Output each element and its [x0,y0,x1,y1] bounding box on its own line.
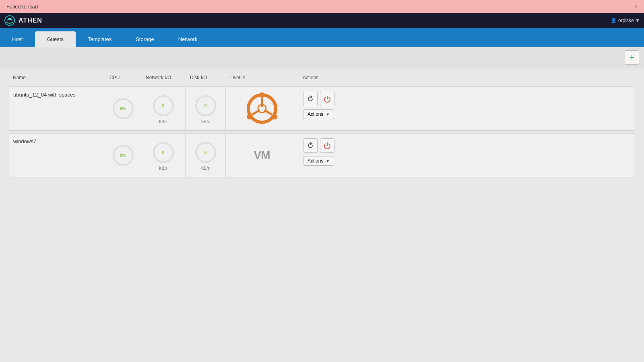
power-button[interactable] [320,92,334,106]
user-menu[interactable]: 👤 orpiske ▼ [611,18,640,23]
vm-label: VM [254,149,270,162]
nav-item-guests[interactable]: Guests [35,31,76,47]
ubuntu-logo [246,93,278,125]
table-row: windows7 0% 0 KB/s [8,133,636,177]
action-buttons-row [303,92,334,106]
add-guest-button[interactable]: + [625,50,639,65]
guest-disk-cell: 0 KB/s [186,134,226,177]
table-header: Name CPU Network I/O Disk I/O Livetile A… [8,72,636,84]
actions-dropdown-button[interactable]: Actions ▼ [303,156,334,166]
nav-item-storage[interactable]: Storage [124,31,166,47]
guest-name: ubuntu_12_04 with spaces [13,92,76,98]
col-header-cpu: CPU [109,75,146,80]
guest-actions-cell: Actions ▼ [298,134,636,177]
col-header-actions: Actions [303,75,631,80]
guest-cpu-cell: 0% [105,134,141,177]
actions-dropdown-button[interactable]: Actions ▼ [303,109,334,119]
disk-value: 0 [204,103,206,108]
svg-point-9 [272,114,277,119]
user-icon: 👤 [611,18,617,23]
guest-cpu-cell: 0% [105,87,141,130]
nav-item-host[interactable]: Host [0,31,35,47]
guest-livetile-cell [226,87,298,130]
cpu-value: 0% [120,153,126,158]
refresh-button[interactable] [303,138,318,153]
guest-livetile-cell: VM [226,134,298,177]
col-header-livetile: Livetile [230,75,303,80]
nav-item-network[interactable]: Network [166,31,210,47]
actions-label: Actions [308,158,323,164]
disk-unit: KB/s [201,119,210,124]
network-unit: KB/s [159,119,167,124]
alert-bar: Failed to start × [0,0,644,13]
guest-network-cell: 0 KB/s [141,87,186,130]
action-buttons-row [303,138,334,153]
disk-value: 0 [204,150,206,155]
disk-gauge: 0 [194,140,218,165]
col-header-disk-io: Disk I/O [190,75,230,80]
svg-point-8 [247,114,252,119]
dropdown-arrow-icon: ▼ [326,112,330,117]
top-bar: ATHEN 👤 orpiske ▼ [0,13,644,28]
guest-name: windows7 [13,138,36,144]
disk-gauge: 0 [194,94,218,118]
logo-area: ATHEN [4,15,42,26]
guest-name-cell: ubuntu_12_04 with spaces [8,87,105,130]
network-gauge: 0 [151,94,175,118]
col-header-network-io: Network I/O [146,75,190,80]
network-value: 0 [162,150,164,155]
dropdown-arrow-icon: ▼ [326,159,330,163]
guest-network-cell: 0 KB/s [141,134,186,177]
cpu-gauge: 0% [111,143,135,167]
guest-disk-cell: 0 KB/s [186,87,226,130]
toolbar: + [0,47,644,68]
refresh-button[interactable] [303,92,318,106]
user-label: orpiske ▼ [618,18,640,23]
alert-close-button[interactable]: × [634,3,638,10]
guest-name-cell: windows7 [8,134,105,177]
col-header-name: Name [13,75,109,80]
nav-bar: Host Guests Templates Storage Network [0,28,644,47]
power-button[interactable] [320,138,334,153]
table-row: ubuntu_12_04 with spaces 0% 0 KB/s [8,86,636,131]
svg-point-0 [5,16,14,25]
cpu-value: 0% [120,106,126,111]
alert-message: Failed to start [6,4,38,10]
network-gauge: 0 [151,140,175,165]
logo-icon [4,15,15,26]
cpu-gauge: 0% [111,97,135,121]
svg-point-1 [8,18,11,20]
network-unit: KB/s [159,166,167,171]
network-value: 0 [162,103,164,108]
guest-actions-cell: Actions ▼ [298,87,636,130]
app-name: ATHEN [19,17,42,24]
actions-label: Actions [308,111,323,117]
disk-unit: KB/s [201,166,210,171]
nav-item-templates[interactable]: Templates [76,31,124,47]
guests-section: Name CPU Network I/O Disk I/O Livetile A… [0,68,644,183]
svg-point-7 [259,93,265,98]
